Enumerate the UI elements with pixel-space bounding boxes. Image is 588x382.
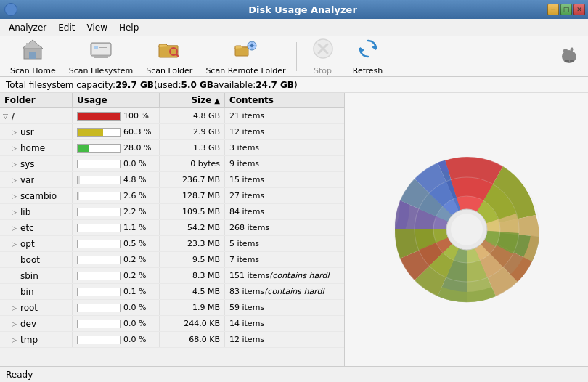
close-button[interactable]: ✕ bbox=[573, 4, 585, 15]
expand-arrow-icon[interactable]: ▷ bbox=[12, 176, 19, 184]
col-header-size[interactable]: Size ▲ bbox=[160, 93, 225, 107]
cell-usage: 0.0 % bbox=[73, 316, 160, 331]
usage-bar bbox=[78, 176, 80, 184]
svg-rect-15 bbox=[235, 47, 248, 56]
minimize-button[interactable]: ─ bbox=[547, 4, 559, 15]
col-header-contents: Contents bbox=[225, 93, 344, 107]
status-text: Ready bbox=[6, 370, 33, 380]
scan-filesystem-button[interactable]: Scan Filesystem bbox=[63, 34, 139, 78]
usage-bar-container bbox=[77, 160, 121, 168]
table-row[interactable]: ▷scambio2.6 %128.7 MB27 items bbox=[0, 188, 344, 204]
cell-contents: 27 items bbox=[225, 188, 344, 203]
table-row[interactable]: ▽/100 %4.8 GB21 items bbox=[0, 108, 344, 124]
refresh-button[interactable]: Refresh bbox=[346, 34, 390, 78]
usage-bar-container bbox=[77, 336, 121, 344]
table-row[interactable]: ▷etc1.1 %54.2 MB268 items bbox=[0, 220, 344, 236]
svg-marker-1 bbox=[23, 40, 43, 49]
usage-percent: 2.6 % bbox=[123, 191, 146, 200]
expand-arrow-icon[interactable]: ▷ bbox=[12, 129, 19, 136]
cell-contents: 15 items bbox=[225, 172, 344, 187]
fsinfo-suffix: ) bbox=[294, 80, 298, 90]
cell-size: 1.3 GB bbox=[160, 140, 225, 155]
usage-bar-container bbox=[77, 176, 121, 184]
table-row[interactable]: ▷usr60.3 %2.9 GB12 items bbox=[0, 124, 344, 140]
hardlink-note: (contains hardl bbox=[264, 287, 324, 296]
table-row[interactable]: ▷home28.0 %1.3 GB3 items bbox=[0, 140, 344, 156]
cell-folder: ▷lib bbox=[0, 204, 73, 219]
expand-arrow-icon[interactable]: ▷ bbox=[12, 192, 19, 200]
expand-arrow-icon[interactable]: ▷ bbox=[12, 145, 19, 152]
cell-usage: 2.6 % bbox=[73, 188, 160, 203]
expand-arrow-icon[interactable]: ▷ bbox=[12, 320, 19, 328]
usage-bar-container bbox=[77, 208, 121, 216]
menu-help[interactable]: Help bbox=[113, 21, 144, 34]
folder-name: sbin bbox=[20, 271, 38, 281]
cell-contents: 9 items bbox=[225, 156, 344, 171]
scan-home-button[interactable]: Scan Home bbox=[4, 34, 62, 78]
scan-folder-button[interactable]: Scan Folder bbox=[140, 34, 198, 78]
table-row[interactable]: ▷sys0.0 %0 bytes9 items bbox=[0, 156, 344, 172]
cell-contents: 268 items bbox=[225, 220, 344, 235]
table-row[interactable]: ▷var4.8 %236.7 MB15 items bbox=[0, 172, 344, 188]
expand-arrow-icon[interactable]: ▷ bbox=[12, 336, 19, 344]
expand-arrow-icon[interactable]: ▷ bbox=[12, 240, 19, 248]
svg-point-26 bbox=[571, 48, 574, 52]
table-row[interactable]: ▷root0.0 %1.9 MB59 items bbox=[0, 300, 344, 316]
expand-arrow-icon[interactable]: ▷ bbox=[12, 160, 19, 168]
expand-arrow-icon[interactable]: ▷ bbox=[12, 208, 19, 216]
cell-size: 8.3 MB bbox=[160, 268, 225, 283]
usage-bar-container bbox=[77, 256, 121, 264]
filetree-panel: Folder Usage Size ▲ Contents ▽/100 %4.8 … bbox=[0, 93, 345, 366]
menu-view[interactable]: View bbox=[81, 21, 113, 34]
cell-folder: boot bbox=[0, 252, 73, 267]
maximize-button[interactable]: □ bbox=[560, 4, 572, 15]
cell-contents: 3 items bbox=[225, 140, 344, 155]
col-header-usage: Usage bbox=[73, 93, 160, 107]
menu-analyzer[interactable]: Analyzer bbox=[3, 21, 52, 34]
expand-arrow-icon[interactable]: ▷ bbox=[12, 304, 19, 312]
usage-bar bbox=[78, 113, 120, 120]
tree-body[interactable]: ▽/100 %4.8 GB21 items▷usr60.3 %2.9 GB12 … bbox=[0, 108, 344, 366]
table-row[interactable]: ▷opt0.5 %23.3 MB5 items bbox=[0, 236, 344, 252]
usage-bar-container bbox=[77, 112, 121, 121]
scan-remote-button[interactable]: Scan Remote Folder bbox=[200, 34, 291, 78]
menu-edit[interactable]: Edit bbox=[52, 21, 81, 34]
cell-usage: 0.1 % bbox=[73, 284, 160, 299]
window-title: Disk Usage Analyzer bbox=[58, 4, 547, 15]
cell-folder: sbin bbox=[0, 268, 73, 283]
stop-label: Stop bbox=[314, 66, 332, 76]
folder-name: lib bbox=[20, 207, 30, 217]
svg-point-28 bbox=[570, 60, 574, 62]
chart-panel bbox=[345, 93, 588, 366]
folder-name: root bbox=[20, 303, 38, 313]
cell-contents: 12 items bbox=[225, 332, 344, 347]
window-controls: ─ □ ✕ bbox=[547, 4, 588, 15]
statusbar: Ready bbox=[0, 366, 588, 382]
cell-size: 4.8 GB bbox=[160, 108, 225, 123]
cell-usage: 0.5 % bbox=[73, 236, 160, 251]
table-row[interactable]: boot0.2 %9.5 MB7 items bbox=[0, 252, 344, 268]
usage-bar-container bbox=[77, 224, 121, 232]
usage-bar bbox=[78, 129, 103, 136]
tree-header: Folder Usage Size ▲ Contents bbox=[0, 93, 344, 108]
cell-usage: 2.2 % bbox=[73, 204, 160, 219]
stop-button[interactable]: Stop bbox=[301, 34, 345, 78]
expand-arrow-icon[interactable]: ▽ bbox=[3, 113, 10, 120]
table-row[interactable]: sbin0.2 %8.3 MB151 items (contains hardl bbox=[0, 268, 344, 284]
cell-folder: ▷etc bbox=[0, 220, 73, 235]
expand-arrow-icon[interactable]: ▷ bbox=[12, 224, 19, 232]
cell-contents: 7 items bbox=[225, 252, 344, 267]
folder-name: / bbox=[12, 111, 15, 121]
fsinfo-label: Total filesystem capacity: bbox=[6, 80, 115, 90]
table-row[interactable]: ▷dev0.0 %244.0 KB14 items bbox=[0, 316, 344, 332]
cell-size: 128.7 MB bbox=[160, 188, 225, 203]
cell-folder: ▷tmp bbox=[0, 332, 73, 347]
usage-bar bbox=[78, 224, 78, 232]
table-row[interactable]: ▷tmp0.0 %68.0 KB12 items bbox=[0, 332, 344, 348]
table-row[interactable]: ▷lib2.2 %109.5 MB84 items bbox=[0, 204, 344, 220]
svg-rect-11 bbox=[99, 49, 105, 49]
cell-usage: 1.1 % bbox=[73, 220, 160, 235]
folder-name: sys bbox=[20, 159, 35, 169]
refresh-icon bbox=[356, 37, 380, 65]
table-row[interactable]: bin0.1 %4.5 MB83 items (contains hardl bbox=[0, 284, 344, 300]
